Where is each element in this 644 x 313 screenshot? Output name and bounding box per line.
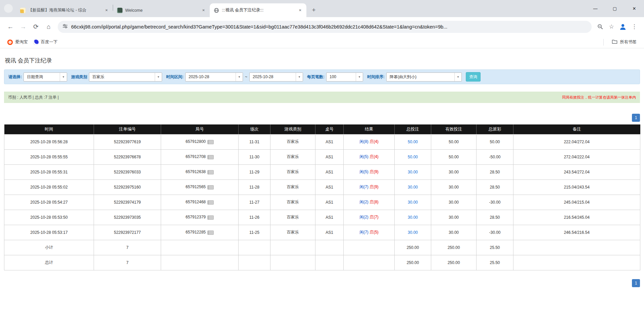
footer-cell: 总计 bbox=[4, 255, 94, 270]
col-header-result: 结果 bbox=[344, 124, 395, 134]
back-button[interactable]: ← bbox=[4, 20, 17, 33]
video-replay-icon[interactable] bbox=[207, 200, 214, 205]
cell-payout: -30.00 bbox=[477, 225, 513, 240]
bookmark-baidu[interactable]: 百度一下 bbox=[31, 38, 60, 46]
window-controls: — ▢ ✕ bbox=[586, 0, 644, 17]
bookmark-star-icon[interactable]: ☆ bbox=[606, 21, 617, 33]
cell-session: 11-27 bbox=[239, 195, 270, 210]
video-replay-icon[interactable] bbox=[207, 155, 214, 159]
tab-bet-records[interactable]: :::视讯 会员下注纪录::: ✕ bbox=[210, 3, 306, 17]
cell-payout: -50.00 bbox=[477, 149, 513, 164]
chevron-down-icon[interactable]: ▼ bbox=[155, 73, 162, 81]
cell-time: 2025-10-28 05:55:31 bbox=[4, 164, 94, 179]
page-1-button[interactable]: 1 bbox=[632, 279, 640, 287]
table-row: 2025-10-28 05:56:28522923977619657912800… bbox=[4, 134, 640, 149]
total-bet-link[interactable]: 50.00 bbox=[408, 155, 418, 159]
minimize-button[interactable]: — bbox=[586, 0, 605, 17]
table-row: 2025-10-28 05:53:50522923973035657912379… bbox=[4, 210, 640, 225]
date-to-select[interactable]: 2025-10-28 ▼ bbox=[249, 72, 303, 82]
close-icon[interactable]: ✕ bbox=[297, 7, 303, 13]
total-bet-link[interactable]: 30.00 bbox=[408, 170, 418, 174]
footer-cell bbox=[513, 255, 640, 270]
footer-cell: 250.00 bbox=[431, 240, 477, 255]
cell-round: 657912800 bbox=[161, 134, 239, 149]
footer-cell: 7 bbox=[94, 240, 161, 255]
date-from-select[interactable]: 2025-10-28 ▼ bbox=[185, 72, 243, 82]
cell-total-bet: 30.00 bbox=[395, 179, 431, 195]
cell-result: 闲(2) 庄(8) bbox=[344, 195, 395, 210]
game-type-label: 游戏类别 bbox=[71, 74, 87, 80]
cell-valid-bet: 30.00 bbox=[431, 164, 477, 179]
chevron-down-icon[interactable]: ▼ bbox=[296, 73, 303, 81]
video-replay-icon[interactable] bbox=[207, 140, 214, 144]
cell-valid-bet: 30.00 bbox=[431, 195, 477, 210]
date-range-label: 时间区间: bbox=[166, 74, 184, 80]
chevron-down-icon[interactable]: ▼ bbox=[60, 73, 67, 81]
cell-bet-id: 522923977619 bbox=[94, 134, 161, 149]
footer-cell bbox=[161, 240, 239, 255]
video-replay-icon[interactable] bbox=[207, 215, 214, 220]
close-window-button[interactable]: ✕ bbox=[625, 0, 644, 17]
baidu-icon bbox=[33, 40, 39, 45]
cell-total-bet: 50.00 bbox=[395, 149, 431, 164]
cell-time: 2025-10-28 05:54:27 bbox=[4, 195, 94, 210]
bookmark-label: 百度一下 bbox=[41, 39, 58, 45]
maximize-button[interactable]: ▢ bbox=[605, 0, 625, 17]
cell-game: 百家乐 bbox=[270, 164, 315, 179]
cell-table: AS1 bbox=[315, 134, 344, 149]
total-bet-link[interactable]: 30.00 bbox=[408, 215, 418, 220]
query-button[interactable]: 查询 bbox=[466, 72, 481, 82]
cell-valid-bet: 30.00 bbox=[431, 210, 477, 225]
close-icon[interactable]: ✕ bbox=[104, 7, 109, 13]
game-type-select[interactable]: 百家乐 ▼ bbox=[89, 72, 162, 82]
chevron-down-icon[interactable]: ▼ bbox=[356, 73, 363, 81]
pagination-top: 1 bbox=[4, 114, 640, 122]
result-banker: 庄(7) bbox=[369, 215, 379, 219]
cell-session: 11-28 bbox=[239, 179, 270, 195]
profile-avatar-icon[interactable] bbox=[617, 21, 629, 33]
per-page-select[interactable]: 100 ▼ bbox=[326, 72, 363, 82]
new-tab-button[interactable]: + bbox=[309, 5, 318, 15]
per-page-label: 每页笔数: bbox=[307, 74, 325, 80]
zoom-icon[interactable] bbox=[594, 21, 606, 33]
home-button[interactable]: ⌂ bbox=[42, 20, 55, 33]
video-replay-icon[interactable] bbox=[207, 185, 214, 190]
page-1-button[interactable]: 1 bbox=[632, 114, 640, 122]
cell-payout: 28.50 bbox=[477, 164, 513, 179]
chevron-down-icon[interactable]: ▼ bbox=[454, 73, 461, 81]
cell-bet-id: 522923976678 bbox=[94, 149, 161, 164]
all-bookmarks-button[interactable]: 所有书签 bbox=[609, 38, 639, 46]
bet-records-table: 时间 注单编号 局号 场次 游戏类别 桌号 结果 总投注 有效投注 总派彩 备注… bbox=[4, 124, 640, 270]
total-bet-link[interactable]: 30.00 bbox=[408, 185, 418, 190]
tab-forum[interactable]: 【新提醒】海燕策略论坛 - 综合 ✕ bbox=[16, 3, 113, 17]
result-banker: 庄(9) bbox=[369, 169, 379, 174]
total-bet-link[interactable]: 50.00 bbox=[408, 140, 418, 144]
cell-table: AS1 bbox=[315, 210, 344, 225]
total-bet-link[interactable]: 30.00 bbox=[408, 230, 418, 235]
table-row: 2025-10-28 05:55:02522923975160657912565… bbox=[4, 179, 640, 195]
folder-icon bbox=[612, 39, 617, 45]
sort-order-select[interactable]: 降幂(由大到小) ▼ bbox=[386, 72, 462, 82]
reload-button[interactable]: ⟳ bbox=[30, 20, 42, 33]
total-bet-link[interactable]: 30.00 bbox=[408, 200, 418, 205]
result-banker: 庄(5) bbox=[369, 230, 379, 234]
video-replay-icon[interactable] bbox=[207, 230, 214, 235]
date-range-separator: ~ bbox=[245, 74, 247, 79]
currency-summary: 币别 : 人民币 | 总共 :7 注单 | bbox=[8, 95, 59, 100]
tab-search-button[interactable] bbox=[4, 4, 13, 13]
close-icon[interactable]: ✕ bbox=[201, 7, 206, 13]
cell-game: 百家乐 bbox=[270, 210, 315, 225]
bookmark-taobao[interactable]: 爱淘宝 bbox=[5, 38, 31, 46]
footer-cell bbox=[239, 255, 270, 270]
payout-notice: 同局有效投注，统一计算在该局第一张注单内 bbox=[562, 95, 636, 100]
query-type-select[interactable]: 日期查询 ▼ bbox=[23, 72, 67, 82]
address-bar[interactable]: 66cxkj98.com/ipl/portal.php/game/betreco… bbox=[58, 21, 592, 33]
forward-button[interactable]: → bbox=[17, 20, 30, 33]
site-settings-icon[interactable] bbox=[62, 23, 68, 30]
browser-menu-icon[interactable]: ⋮ bbox=[629, 21, 640, 33]
tab-welcome[interactable]: Welcome ✕ bbox=[113, 3, 210, 17]
video-replay-icon[interactable] bbox=[207, 170, 214, 174]
chevron-down-icon[interactable]: ▼ bbox=[236, 73, 243, 81]
cell-round: 657912638 bbox=[161, 164, 239, 179]
cell-valid-bet: 30.00 bbox=[431, 225, 477, 240]
